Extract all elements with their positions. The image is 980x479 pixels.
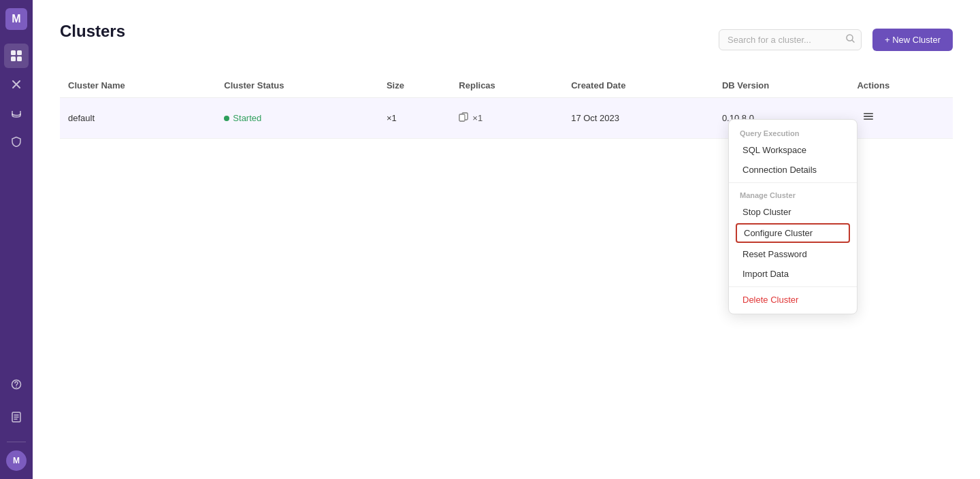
sidebar-avatar[interactable]: M — [6, 450, 27, 471]
reset-password-item[interactable]: Reset Password — [729, 244, 857, 264]
replicas-wrapper: ×1 — [459, 112, 555, 125]
sidebar-help-icon[interactable] — [4, 372, 29, 397]
sidebar: M — [0, 0, 33, 479]
search-icon — [846, 34, 855, 45]
top-bar: Clusters + New Cluster — [60, 22, 953, 57]
sidebar-item-security[interactable] — [4, 129, 29, 154]
import-data-item[interactable]: Import Data — [729, 264, 857, 284]
sql-workspace-item[interactable]: SQL Workspace — [729, 140, 857, 160]
svg-rect-14 — [864, 116, 873, 117]
sidebar-item-clusters[interactable] — [4, 44, 29, 68]
search-input[interactable] — [719, 29, 862, 50]
stop-cluster-item[interactable]: Stop Cluster — [729, 202, 857, 222]
sidebar-bottom: M — [4, 372, 29, 471]
dropdown-divider-2 — [729, 286, 857, 287]
status-badge: Started — [224, 113, 261, 123]
svg-rect-0 — [11, 50, 16, 55]
replica-icon — [459, 112, 469, 125]
cluster-replicas-cell: ×1 — [451, 98, 563, 139]
svg-rect-12 — [459, 114, 465, 121]
sidebar-item-cross[interactable] — [4, 72, 29, 97]
search-box — [719, 29, 862, 50]
col-size: Size — [378, 73, 451, 98]
query-execution-label: Query Execution — [729, 124, 857, 140]
col-db-version: DB Version — [714, 73, 849, 98]
svg-rect-1 — [17, 50, 22, 55]
status-dot — [224, 116, 229, 121]
status-text: Started — [233, 113, 261, 123]
cluster-size-cell: ×1 — [378, 98, 451, 139]
sidebar-divider — [7, 442, 26, 442]
new-cluster-button[interactable]: + New Cluster — [872, 29, 953, 51]
col-cluster-name: Cluster Name — [60, 73, 216, 98]
col-actions: Actions — [849, 73, 953, 98]
svg-rect-13 — [864, 113, 873, 114]
cluster-created-date-cell: 17 Oct 2023 — [563, 98, 714, 139]
svg-rect-2 — [11, 56, 16, 61]
col-cluster-status: Cluster Status — [216, 73, 378, 98]
sidebar-logo[interactable]: M — [5, 8, 27, 30]
main-content: Clusters + New Cluster Cluster Name Clus… — [33, 0, 980, 479]
sidebar-docs-icon[interactable] — [4, 405, 29, 429]
actions-button[interactable] — [857, 108, 880, 129]
cluster-name-cell: default — [60, 98, 216, 139]
svg-rect-3 — [17, 56, 22, 61]
replicas-count: ×1 — [472, 113, 483, 123]
col-replicas: Replicas — [451, 73, 563, 98]
actions-dropdown: Query Execution SQL Workspace Connection… — [728, 119, 858, 314]
sidebar-item-data[interactable] — [4, 101, 29, 125]
dropdown-divider-1 — [729, 182, 857, 183]
svg-rect-15 — [864, 118, 873, 120]
table-header-row: Cluster Name Cluster Status Size Replica… — [60, 73, 953, 98]
delete-cluster-item[interactable]: Delete Cluster — [729, 290, 857, 310]
svg-point-6 — [16, 386, 17, 388]
page-title: Clusters — [60, 22, 125, 41]
cluster-status-cell: Started — [216, 98, 378, 139]
manage-cluster-label: Manage Cluster — [729, 186, 857, 202]
col-created-date: Created Date — [563, 73, 714, 98]
cluster-actions-cell — [849, 98, 953, 139]
configure-cluster-item[interactable]: Configure Cluster — [736, 223, 850, 243]
connection-details-item[interactable]: Connection Details — [729, 160, 857, 180]
